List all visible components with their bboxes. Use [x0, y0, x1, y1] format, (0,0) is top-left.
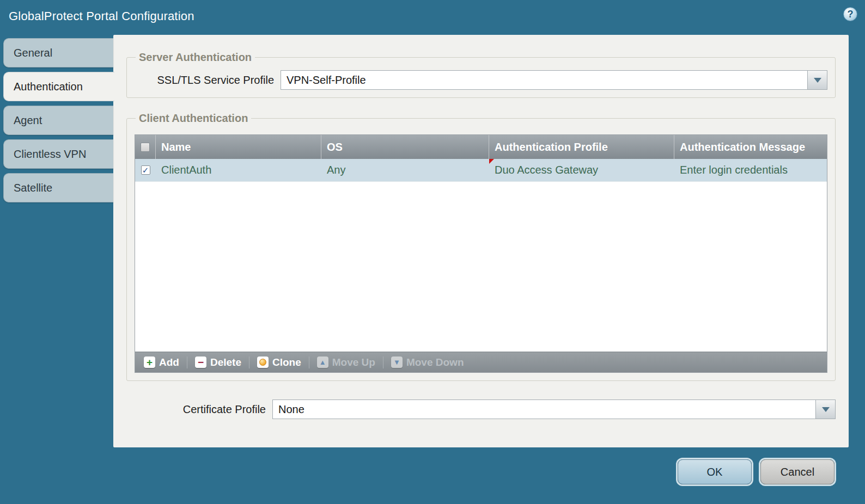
- ssl-tls-service-profile-dropdown-button[interactable]: [807, 71, 827, 89]
- sidebar: General Authentication Agent Clientless …: [3, 38, 113, 207]
- select-all-checkbox[interactable]: [141, 143, 150, 152]
- client-authentication-section: Client Authentication Name OS Authentica…: [126, 112, 836, 381]
- tab-satellite[interactable]: Satellite: [3, 173, 113, 202]
- move-up-button: ▲ Move Up: [314, 352, 379, 372]
- toolbar-separator: [309, 357, 309, 368]
- arrow-down-icon: ▼: [391, 357, 403, 368]
- dialog-footer: OK Cancel: [678, 459, 834, 484]
- modified-marker: [489, 159, 494, 164]
- server-authentication-legend: Server Authentication: [136, 51, 255, 64]
- minus-icon: −: [195, 357, 206, 368]
- chevron-down-icon: [814, 78, 821, 83]
- dialog-title: GlobalProtect Portal Configuration: [9, 9, 194, 23]
- column-header-name[interactable]: Name: [156, 135, 321, 159]
- tab-general[interactable]: General: [3, 38, 113, 67]
- client-authentication-legend: Client Authentication: [136, 112, 251, 125]
- toolbar-separator: [187, 357, 187, 368]
- ssl-tls-service-profile-select[interactable]: VPN-Self-Profile: [281, 70, 827, 90]
- tab-clientless-vpn[interactable]: Clientless VPN: [3, 139, 113, 169]
- table-row[interactable]: ✓ ClientAuth Any Duo Access Gateway Ente…: [135, 159, 827, 182]
- column-header-authentication-message[interactable]: Authentication Message: [674, 135, 827, 159]
- row-authentication-profile-cell: Duo Access Gateway: [489, 159, 674, 181]
- chevron-down-icon: [822, 407, 830, 412]
- help-icon[interactable]: ?: [843, 7, 857, 21]
- server-authentication-section: Server Authentication SSL/TLS Service Pr…: [126, 51, 836, 98]
- delete-button[interactable]: − Delete: [192, 352, 245, 372]
- row-authentication-message-cell: Enter login credentials: [674, 159, 827, 181]
- column-header-os[interactable]: OS: [321, 135, 489, 159]
- client-authentication-table: Name OS Authentication Profile Authentic…: [135, 134, 827, 373]
- column-header-authentication-profile[interactable]: Authentication Profile: [489, 135, 674, 159]
- cancel-button[interactable]: Cancel: [760, 459, 834, 484]
- toolbar-separator: [249, 357, 249, 368]
- add-button[interactable]: + Add: [141, 352, 182, 372]
- row-os-cell: Any: [321, 159, 489, 181]
- table-toolbar: + Add − Delete Clone ▲ Move Up: [135, 352, 827, 372]
- clone-button[interactable]: Clone: [254, 352, 304, 372]
- table-empty-area: [135, 182, 827, 352]
- arrow-up-icon: ▲: [317, 357, 328, 368]
- row-name-cell[interactable]: ClientAuth: [156, 159, 321, 181]
- ssl-tls-service-profile-label: SSL/TLS Service Profile: [135, 74, 281, 87]
- ok-button[interactable]: OK: [678, 459, 752, 484]
- dialog-titlebar: GlobalProtect Portal Configuration: [0, 0, 865, 33]
- certificate-profile-value: None: [278, 403, 304, 416]
- certificate-profile-label: Certificate Profile: [126, 403, 272, 416]
- tab-authentication[interactable]: Authentication: [3, 72, 114, 101]
- content-panel: Server Authentication SSL/TLS Service Pr…: [113, 35, 849, 447]
- toolbar-separator: [383, 357, 383, 368]
- tab-agent[interactable]: Agent: [3, 106, 113, 135]
- row-checkbox[interactable]: ✓: [141, 165, 150, 175]
- certificate-profile-dropdown-button[interactable]: [815, 400, 835, 419]
- certificate-profile-select[interactable]: None: [272, 399, 836, 419]
- ssl-tls-service-profile-value: VPN-Self-Profile: [287, 74, 366, 87]
- clone-icon: [257, 357, 269, 368]
- move-down-button: ▼ Move Down: [388, 352, 467, 372]
- table-header: Name OS Authentication Profile Authentic…: [135, 135, 827, 159]
- plus-icon: +: [144, 357, 155, 368]
